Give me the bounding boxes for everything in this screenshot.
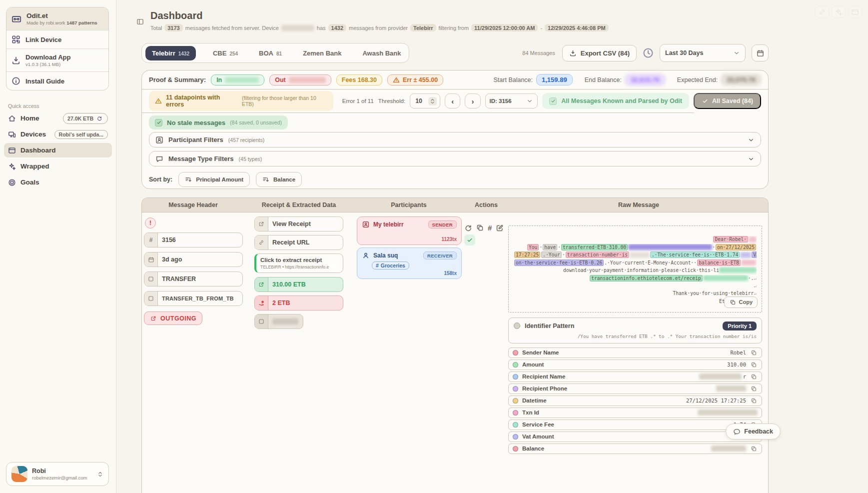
link-device-button[interactable]: Link Device: [6, 30, 108, 49]
field-label: Amount: [522, 362, 544, 368]
message-type-filters-accordion[interactable]: Message Type Filters (45 types): [149, 151, 761, 166]
feedback-button[interactable]: Feedback: [726, 424, 781, 440]
threshold-input[interactable]: 10: [410, 94, 440, 108]
participant-icon: [155, 136, 163, 144]
tab-telebirr[interactable]: Telebirr1432: [145, 46, 196, 60]
col-message-header: Message Header: [142, 202, 244, 208]
copy-field-icon[interactable]: [751, 374, 757, 380]
prev-error-button[interactable]: ‹: [445, 94, 460, 108]
edit-action-icon[interactable]: [496, 224, 504, 232]
receipt-url-button[interactable]: Receipt URL: [254, 235, 343, 250]
provider-count-badge: 1432: [328, 24, 346, 32]
category-tag[interactable]: #Groceries: [372, 262, 409, 270]
refresh-action-icon[interactable]: [464, 224, 472, 232]
raw-message-line: Thank·you·for·using·telebirr↵: [514, 290, 757, 298]
external-link-icon: [150, 316, 156, 321]
message-id-field: # 3156: [144, 232, 243, 248]
principal-amount-field[interactable]: 310.00 ETB: [254, 277, 343, 292]
fee-amount-field[interactable]: 2 ETB: [254, 296, 343, 310]
sidebar-item-goals[interactable]: Goals: [4, 175, 112, 190]
devices-icon: [8, 130, 16, 138]
target-icon: [8, 178, 16, 186]
sidebar: Odit.et Made by robi.work 1487 patterns …: [0, 0, 116, 493]
provider-badge: Telebirr: [410, 24, 436, 32]
copy-field-icon[interactable]: [751, 350, 757, 356]
redacted-field: [254, 314, 303, 329]
participant-receiver-card[interactable]: Sala suq RECEIVER #Groceries 158tx: [357, 248, 462, 279]
sort-balance-button[interactable]: Balance: [256, 172, 302, 187]
install-guide-button[interactable]: Install Guide: [6, 72, 108, 90]
redacted-value: [716, 386, 746, 392]
tab-cbe[interactable]: CBE254: [209, 50, 242, 57]
next-error-button[interactable]: ›: [465, 94, 480, 108]
participant-sender-card[interactable]: My telebirr SENDER 1123tx: [357, 216, 462, 245]
app-brand[interactable]: Odit.et Made by robi.work 1487 patterns: [6, 8, 108, 30]
fees-pill: Fees 168.30: [336, 74, 382, 86]
avatar: [11, 466, 27, 482]
export-csv-button[interactable]: Export CSV (84): [562, 45, 637, 62]
direction-badge[interactable]: OUTGOING: [144, 312, 202, 325]
warning-icon: [155, 98, 162, 104]
sidebar-item-home[interactable]: Home 27.0K ETB: [4, 111, 112, 126]
device-badge[interactable]: Robi's self upda...: [54, 130, 108, 139]
threshold-label: Threshold:: [378, 98, 405, 104]
stepper-arrows-icon[interactable]: [428, 97, 437, 106]
clock-icon[interactable]: [643, 48, 654, 58]
end-balance-value: 32,615.76: [625, 74, 665, 86]
field-label: Sender Name: [522, 350, 559, 356]
date-range-select[interactable]: Last 30 Days: [660, 44, 746, 62]
app-name: Odit.et: [26, 12, 97, 20]
sidebar-item-devices[interactable]: Devices Robi's self upda...: [4, 127, 112, 142]
errors-banner: 11 datapoints with errors (filtering for…: [149, 91, 333, 111]
export-icon: [569, 50, 577, 57]
sidebar-toggle-icon[interactable]: [136, 12, 144, 32]
copy-action-icon[interactable]: [476, 224, 484, 232]
user-name: Robi: [32, 468, 87, 474]
sidebar-item-dashboard[interactable]: Dashboard: [4, 143, 112, 158]
balance-badge[interactable]: 27.0K ETB: [63, 113, 108, 124]
error-flag-icon[interactable]: !: [145, 218, 156, 228]
install-guide-label: Install Guide: [25, 78, 64, 85]
user-menu[interactable]: Robi robelmezemir@gmail.com: [6, 462, 109, 486]
tab-zemen-bank[interactable]: Zemen Bank: [299, 50, 345, 57]
hash-action-icon[interactable]: #: [488, 224, 492, 232]
extracted-field-row: Txn Id: [508, 408, 762, 418]
external-link-icon: [258, 282, 264, 287]
redacted-text: [630, 252, 650, 258]
link-toolbar-icon[interactable]: [815, 6, 829, 18]
theme-toolbar-icon[interactable]: [832, 6, 846, 18]
redacted-value: [699, 374, 742, 380]
copy-field-icon[interactable]: [751, 362, 757, 368]
app-version: v1.0.3 (36.1 MB): [25, 62, 71, 67]
copy-field-icon[interactable]: [751, 386, 757, 392]
copy-field-icon[interactable]: [751, 446, 757, 452]
error-id-select[interactable]: ID: 3156: [485, 94, 538, 108]
link-device-label: Link Device: [25, 36, 61, 44]
extract-receipt-button[interactable]: Click to extract receipt TELEBIRR • http…: [254, 254, 343, 273]
checkbox-icon: [148, 296, 154, 302]
redacted-text: [719, 267, 757, 273]
sidebar-item-wrapped[interactable]: Wrapped: [4, 159, 112, 174]
tab-awash-bank[interactable]: Awash Bank: [358, 50, 405, 57]
person-icon: [362, 221, 369, 228]
all-saved-button[interactable]: All Saved (84): [694, 93, 761, 109]
copy-field-icon[interactable]: [751, 398, 757, 404]
field-color-dot-icon: [513, 350, 518, 356]
field-color-dot-icon: [513, 434, 518, 440]
raw-message-line: Dear·Robel·: [514, 236, 757, 244]
sort-principal-amount-button[interactable]: Principal Amount: [178, 172, 250, 187]
participant-filters-accordion[interactable]: Participant Filters (457 recipients): [149, 132, 761, 148]
message-age-field: 3d ago: [144, 252, 243, 267]
app-logo-icon: [11, 14, 21, 24]
view-receipt-button[interactable]: View Receipt: [254, 216, 343, 232]
download-app-button[interactable]: Download App v1.0.3 (36.1 MB): [6, 49, 108, 72]
raw-message-line: 17:27:25.·Your·transaction·number·is.·Th…: [514, 252, 757, 260]
verified-check-icon[interactable]: [464, 234, 475, 246]
calendar-button[interactable]: [752, 44, 769, 62]
tab-boa[interactable]: BOA81: [255, 50, 286, 57]
summary-label: Proof & Summary:: [149, 76, 206, 84]
extracted-field-row: Recipient Namer: [508, 372, 762, 382]
window-toolbar-icon[interactable]: [848, 6, 862, 18]
field-value: [698, 410, 758, 416]
copy-raw-button[interactable]: Copy: [724, 296, 758, 308]
